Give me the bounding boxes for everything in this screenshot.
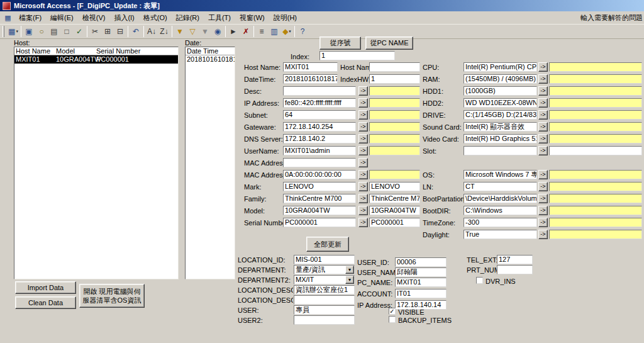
- video-card-result-field[interactable]: [549, 134, 642, 143]
- bootdir-result-field[interactable]: [549, 206, 642, 215]
- form-view-icon-dropdown[interactable]: ▾: [16, 25, 18, 38]
- menu-item-view[interactable]: 檢視(V): [78, 12, 110, 24]
- dvr-ins-checkbox[interactable]: [476, 277, 483, 284]
- sound-card-copy-button[interactable]: ->: [538, 122, 548, 132]
- slot-field[interactable]: [464, 146, 537, 155]
- gateware-copy-button[interactable]: ->: [358, 122, 368, 132]
- username-copy-button[interactable]: ->: [358, 146, 368, 155]
- drive-result-field[interactable]: [549, 110, 642, 120]
- index-hw-field[interactable]: 1: [369, 74, 420, 84]
- bootpartation-field[interactable]: \Device\HarddiskVolume1: [464, 194, 537, 203]
- family-copy-button[interactable]: ->: [358, 194, 368, 203]
- ln-result-field[interactable]: [549, 182, 642, 191]
- index-field[interactable]: 1: [319, 51, 395, 60]
- new-record-icon[interactable]: ►: [227, 25, 240, 38]
- slot-result-field[interactable]: [549, 146, 642, 155]
- menu-item-window[interactable]: 視窗(W): [235, 12, 269, 24]
- hdd1-result-field[interactable]: [549, 86, 642, 96]
- spelling-icon[interactable]: ✓: [73, 25, 86, 38]
- serial-number-result-field[interactable]: PC000001: [369, 218, 420, 227]
- prt-num-field[interactable]: [497, 265, 533, 274]
- menu-item-insert[interactable]: 插入(I): [109, 12, 138, 24]
- mark-copy-button[interactable]: ->: [358, 182, 368, 191]
- dns-server-copy-button[interactable]: ->: [358, 134, 368, 143]
- username-field[interactable]: MXIT01\admin: [283, 146, 356, 155]
- update-all-button[interactable]: 全部更新: [306, 237, 349, 252]
- form-view-icon[interactable]: ▦▾: [7, 25, 19, 38]
- timezone-field[interactable]: -300: [464, 218, 537, 227]
- hdd2-copy-button[interactable]: ->: [538, 98, 548, 108]
- sort-descending-icon[interactable]: Z↓: [158, 25, 170, 38]
- user2-field[interactable]: [294, 315, 355, 325]
- paste-icon[interactable]: ⊟: [114, 25, 126, 38]
- cut-icon[interactable]: ✂: [89, 25, 101, 38]
- os-field[interactable]: Microsoft Windows 7 專業: [464, 170, 537, 179]
- ip-address-result-field[interactable]: [369, 98, 420, 108]
- help-question-box[interactable]: 輸入需要解答的問題: [580, 13, 644, 23]
- slot-copy-button[interactable]: ->: [538, 146, 548, 155]
- from-pc-name-button[interactable]: 從PC NAME: [365, 37, 413, 50]
- user-id-field[interactable]: 00006: [395, 257, 447, 267]
- apply-filter-icon[interactable]: ▼: [199, 25, 211, 38]
- menu-item-tools[interactable]: 工具(T): [204, 12, 235, 24]
- ram-field[interactable]: (15450MB) / (4096MB) (1: [464, 74, 537, 84]
- dns-server-field[interactable]: 172.18.140.2: [283, 134, 356, 143]
- department-dropdown-button[interactable]: ▼: [345, 266, 354, 274]
- cpu-result-field[interactable]: [549, 62, 642, 72]
- toolbar-grip[interactable]: [3, 26, 4, 37]
- desc-field[interactable]: [283, 86, 356, 96]
- menu-item-format[interactable]: 格式(O): [139, 12, 172, 24]
- daylight-copy-button[interactable]: ->: [538, 230, 548, 239]
- tel-ext-field[interactable]: 127: [497, 255, 533, 264]
- datetime-field[interactable]: 20181016101817: [283, 74, 338, 84]
- bootpartation-result-field[interactable]: [549, 194, 642, 203]
- os-copy-button[interactable]: ->: [538, 170, 548, 179]
- sound-card-field[interactable]: Intel(R) 顯示器音效: [464, 122, 537, 132]
- access-app-icon[interactable]: [3, 2, 11, 10]
- host-name-field[interactable]: MXIT01: [283, 62, 338, 72]
- import-data-button[interactable]: Import Data: [15, 281, 76, 294]
- mark-field[interactable]: LENOVO: [283, 182, 356, 191]
- backup-items-checkbox[interactable]: [389, 316, 396, 323]
- department2-dropdown-button[interactable]: ▼: [345, 276, 354, 284]
- model-field[interactable]: 10GRA004TW: [283, 206, 356, 215]
- file-search-icon[interactable]: ○: [35, 25, 48, 38]
- daylight-field[interactable]: True: [464, 230, 537, 239]
- gateware-result-field[interactable]: [369, 122, 420, 132]
- database-window-icon[interactable]: ▥: [268, 25, 280, 38]
- menu-item-edit[interactable]: 編輯(E): [46, 12, 78, 24]
- mac-address-2-field[interactable]: [283, 158, 356, 167]
- help-icon[interactable]: ?: [296, 25, 309, 38]
- daylight-result-field[interactable]: [549, 230, 642, 239]
- cpu-copy-button[interactable]: ->: [538, 62, 548, 72]
- find-icon[interactable]: ◉: [211, 25, 224, 38]
- drive-field[interactable]: C:(1/145GB) D:(214/838G: [464, 110, 537, 120]
- location-id-field[interactable]: MIS-001: [294, 255, 355, 264]
- mark-result-field[interactable]: LENOVO: [369, 182, 420, 191]
- os-result-field[interactable]: [549, 170, 642, 179]
- sound-card-result-field[interactable]: [549, 122, 642, 132]
- from-serial-button[interactable]: 從序號: [319, 37, 361, 50]
- ram-copy-button[interactable]: ->: [538, 74, 548, 84]
- location-descrip-1-field[interactable]: 資訊辦公室座位1: [294, 285, 355, 295]
- ln-copy-button[interactable]: ->: [538, 182, 548, 191]
- pc-name-field[interactable]: MXIT01: [395, 278, 447, 287]
- form-window-icon[interactable]: ▦: [3, 13, 13, 23]
- serial-number-copy-button[interactable]: ->: [358, 218, 368, 227]
- location-descrip-2-field[interactable]: [294, 295, 355, 305]
- save-icon[interactable]: ▣: [23, 25, 35, 38]
- date-list[interactable]: Date Time20181016101817: [185, 47, 235, 279]
- dns-server-result-field[interactable]: [369, 134, 420, 143]
- subnet-copy-button[interactable]: ->: [358, 110, 368, 120]
- date-list-row[interactable]: 20181016101817: [186, 55, 235, 64]
- hdd1-copy-button[interactable]: ->: [538, 86, 548, 96]
- serial-number-field[interactable]: PC000001: [283, 218, 356, 227]
- desc-copy-button[interactable]: ->: [358, 86, 368, 96]
- clean-data-button[interactable]: Clean Data: [15, 296, 76, 309]
- new-object-icon[interactable]: ◆▾: [280, 25, 293, 38]
- ip-address-copy-button[interactable]: ->: [358, 98, 368, 108]
- hdd2-field[interactable]: WD WD10EZEX-08WN: [464, 98, 537, 108]
- model-copy-button[interactable]: ->: [358, 206, 368, 215]
- host-list[interactable]: Host NameModelSerial NumberMXIT0110GRA00…: [14, 47, 179, 279]
- model-result-field[interactable]: 10GRA004TW: [369, 206, 420, 215]
